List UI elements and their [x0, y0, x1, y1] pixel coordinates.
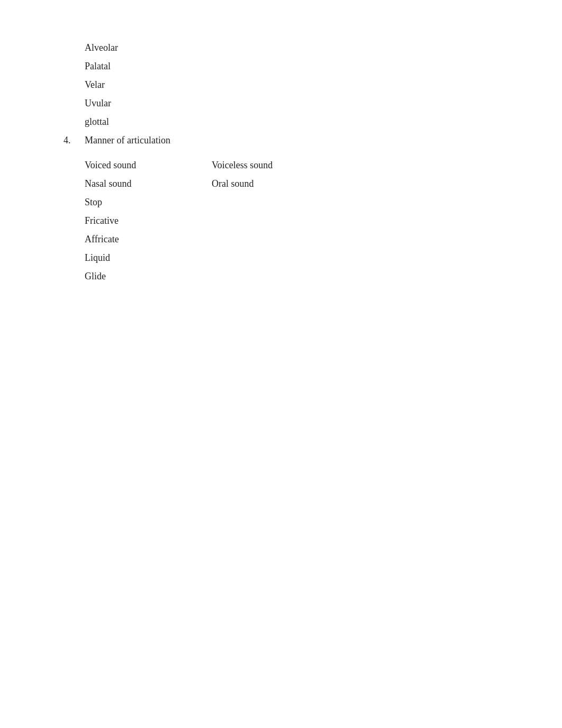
nasal-sound-label: Nasal sound	[85, 178, 212, 189]
list-item: Alveolar	[85, 42, 498, 53]
two-col-row: Voiced sound Voiceless sound	[85, 160, 498, 171]
stop-label: Stop	[85, 197, 498, 208]
oral-sound-label: Oral sound	[212, 178, 254, 189]
liquid-label: Liquid	[85, 252, 498, 263]
two-col-row: Nasal sound Oral sound	[85, 178, 498, 189]
section-heading: Manner of articulation	[85, 135, 170, 146]
list-item: Uvular	[85, 98, 498, 109]
numbered-section: 4. Manner of articulation	[64, 135, 498, 156]
page-content: Alveolar Palatal Velar Uvular glottal 4.…	[0, 0, 562, 332]
list-item: Palatal	[85, 61, 498, 72]
list-item: glottal	[85, 116, 498, 128]
manner-of-articulation-list: Voiced sound Voiceless sound Nasal sound…	[85, 160, 498, 282]
list-item: Velar	[85, 79, 498, 90]
item-number: 4.	[64, 135, 85, 146]
voiced-sound-label: Voiced sound	[85, 160, 212, 171]
pre-items-list: Alveolar Palatal Velar Uvular glottal	[85, 42, 498, 128]
voiceless-sound-label: Voiceless sound	[212, 160, 273, 171]
glide-label: Glide	[85, 271, 498, 282]
affricate-label: Affricate	[85, 234, 498, 245]
fricative-label: Fricative	[85, 215, 498, 226]
